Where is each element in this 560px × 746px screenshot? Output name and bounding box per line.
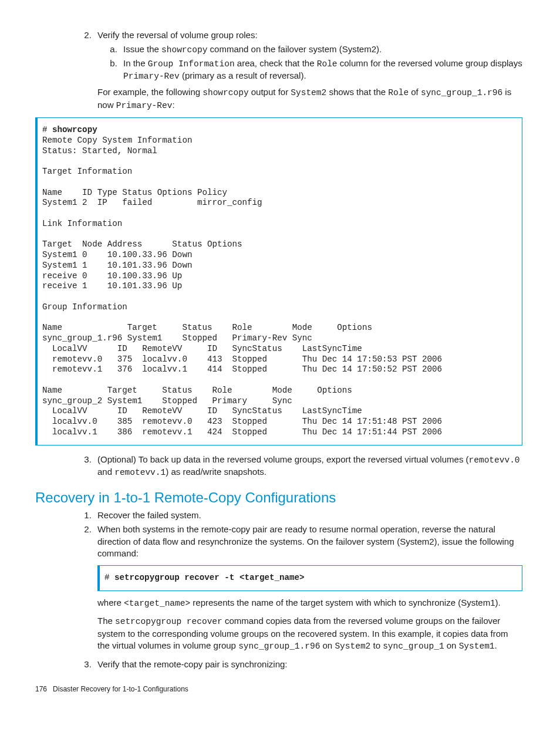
inline-code: sync_group_1.r96 [421, 88, 502, 97]
text: where [97, 598, 124, 607]
command: setrcopygroup recover -t <target_name> [114, 573, 305, 582]
inline-code: sync_group_1.r96 [238, 642, 320, 651]
text: represents the name of the target system… [190, 598, 501, 607]
inline-code: System2 [335, 642, 370, 651]
step-2-text: Verify the reversal of volume group role… [97, 30, 258, 40]
text: on [444, 640, 459, 650]
text: of [409, 87, 421, 97]
text: area, check that the [235, 58, 317, 68]
command: showrcopy [52, 125, 97, 134]
inline-code: <target_name> [124, 599, 190, 608]
inline-code: Primary-Rev [116, 101, 173, 110]
inline-code: System2 [291, 88, 326, 97]
step-2: Verify the reversal of volume group role… [94, 29, 522, 112]
inline-code: Role [388, 88, 409, 97]
code-block-showrcopy: # showrcopy Remote Copy System Informati… [35, 117, 522, 445]
text: : [172, 100, 174, 110]
inline-code: sync_group_1 [383, 642, 444, 651]
inline-code: Group Information [148, 59, 235, 69]
text: shows that the [326, 87, 388, 97]
text: ) as read/write snapshots. [166, 467, 266, 477]
recovery-step-1: Recover the failed system. [94, 509, 522, 521]
page-footer: 176 Disaster Recovery for 1-to-1 Configu… [35, 684, 522, 694]
text: In the [123, 58, 148, 68]
inline-code: Role [317, 59, 338, 69]
inline-code: showrcopy [161, 45, 207, 55]
substep-b: In the Group Information area, check tha… [120, 58, 522, 83]
procedure-list-1b: (Optional) To back up data in the revers… [35, 454, 522, 479]
page-content: Verify the reversal of volume group role… [35, 29, 522, 694]
text: For example, the following [97, 87, 203, 97]
text: Issue the [123, 44, 161, 54]
inline-code: Primary-Rev [123, 72, 180, 81]
text: (Optional) To back up data in the revers… [97, 454, 469, 464]
procedure-list-1: Verify the reversal of volume group role… [35, 29, 522, 112]
text: The [97, 616, 115, 626]
page-number: 176 [35, 685, 47, 693]
terminal-command: # setrcopygroup recover -t <target_name> [104, 573, 517, 583]
text: . [495, 640, 497, 650]
output-body: Remote Copy System Information Status: S… [42, 136, 442, 437]
where-para: where <target_name> represents the name … [97, 597, 522, 610]
recovery-step-2: When both systems in the remote-copy pai… [94, 524, 522, 652]
terminal-output: # showrcopy Remote Copy System Informati… [42, 125, 517, 438]
desc-para: The setrcopygroup recover command copies… [97, 615, 522, 652]
text: on [320, 640, 335, 650]
inline-code: System1 [459, 642, 495, 651]
code-block-setrcopygroup: # setrcopygroup recover -t <target_name> [97, 565, 522, 591]
substep-a: Issue the showrcopy command on the failo… [120, 43, 522, 56]
text: to [370, 640, 383, 650]
prompt: # [104, 573, 114, 582]
text: column for the reversed volume group dis… [338, 58, 522, 68]
text: When both systems in the remote-copy pai… [97, 524, 514, 558]
procedure-list-2: Recover the failed system. When both sys… [35, 509, 522, 670]
section-heading-recovery: Recovery in 1-to-1 Remote-Copy Configura… [35, 488, 522, 507]
text: (primary as a result of reversal). [180, 70, 306, 80]
example-para: For example, the following showrcopy out… [97, 86, 522, 112]
text: output for [249, 87, 291, 97]
text: command on the failover system (System2)… [207, 44, 382, 54]
inline-code: showrcopy [203, 88, 248, 97]
text: and [97, 467, 114, 477]
inline-code: remotevv.1 [114, 468, 166, 477]
inline-code: setrcopygroup recover [115, 617, 222, 626]
recovery-step-3: Verify that the remote-copy pair is sync… [94, 659, 522, 670]
inline-code: remotevv.0 [469, 455, 520, 465]
substeps-list: Issue the showrcopy command on the failo… [97, 43, 522, 83]
prompt: # [42, 125, 52, 134]
footer-title: Disaster Recovery for 1-to-1 Configurati… [53, 685, 188, 693]
step-3: (Optional) To back up data in the revers… [94, 454, 522, 479]
